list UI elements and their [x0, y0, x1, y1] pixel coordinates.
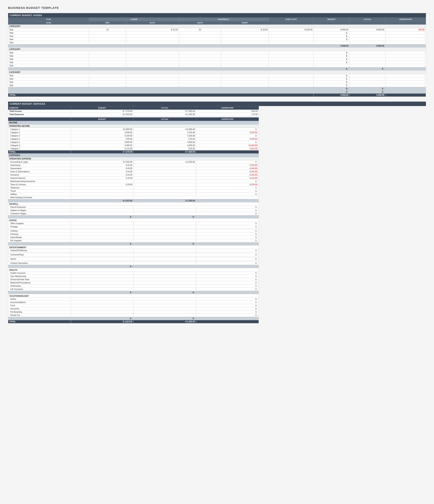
goods-task-row: Task	[8, 41, 426, 44]
services-data-row: Health Insurance $-	[8, 271, 259, 275]
col-actual-sub	[350, 21, 385, 25]
goods-task-row: Task $ - -	[8, 84, 426, 87]
summary-budget-col: BUDGET	[71, 106, 134, 110]
services-data-row: Advertising $25.00 $(25.00)	[8, 164, 259, 167]
col-budget: BUDGET	[313, 18, 349, 21]
goods-task-row: Task $ - -	[8, 51, 426, 54]
entertainment-row: Sports $-	[8, 257, 259, 261]
goods-task-row: Task $ - -	[8, 77, 426, 81]
services-income-row: Category 2 $200.00 $150.00 $(50.00)	[8, 131, 259, 134]
goods-task-row: Task $ - -	[8, 61, 426, 64]
col-units: UNITS	[179, 21, 221, 25]
services-data-row: Souvenirs $-	[8, 307, 259, 310]
services-header: CURRENT BUDGET: SERVICES	[8, 102, 426, 106]
summary-label-col: SUMMARY	[8, 106, 71, 110]
services-subtotal-row: $ - $ -	[8, 317, 259, 320]
summary-actual-col: ACTUAL	[134, 106, 196, 110]
services-data-row: Maintenance/Improvements $-	[8, 180, 259, 183]
svc-col-underover: UNDER/OVER	[196, 117, 259, 121]
services-main-table: BUDGET ACTUAL UNDER/OVER INCOMEOPERATING…	[8, 117, 259, 323]
summary-row: Total Income $ 7,270.00 $ 7,020.00 250.0…	[8, 110, 259, 113]
col-actual: ACTUAL	[350, 18, 385, 21]
services-data-row: Postage $-	[8, 225, 259, 228]
col-under-over: UNDER/OVER	[385, 18, 426, 21]
svc-col-category	[8, 117, 71, 121]
services-subtotal-row: $ - $ -	[8, 215, 259, 218]
services-data-row: Dues & Subscriptions $44.00 $(44.00)	[8, 170, 259, 173]
goods-subtotal-row: $ 850.00 $ 800.00	[8, 44, 426, 48]
services-subtotal-row: $ 2,423.00 $ 2,250.00	[8, 199, 259, 202]
goods-task-row: Task $ - -	[8, 74, 426, 77]
health-label-row: HEALTH	[8, 268, 259, 271]
services-data-row: Insurance $20.00 $(20.00)	[8, 173, 259, 177]
services-data-row: Utilities $-	[8, 193, 259, 196]
entertainment-row: Outdoor Recreation $-	[8, 262, 259, 265]
col-fixed-cost-sub	[269, 21, 314, 25]
services-data-row: Veterinarian $-	[8, 284, 259, 288]
payroll-label-row: PAYROLL	[8, 202, 259, 206]
services-subsection-label: OPERATING INCOME	[8, 125, 259, 128]
services-section-label: EXPENSES	[8, 154, 259, 157]
services-data-row: Airfare $-	[8, 297, 259, 301]
services-income-row: Category 6 $300.00 $200.00 $(100.00)	[8, 144, 259, 147]
goods-task-row: Task $ - -	[8, 58, 426, 61]
goods-task-row: Task $ - -	[8, 31, 426, 35]
services-subtotal-row: $ - $ -	[8, 291, 259, 294]
col-under-over-sub	[385, 21, 426, 25]
entertainment-row: Video/DVD/Movies $-	[8, 249, 259, 252]
services-data-row: Accommodations $-	[8, 301, 259, 304]
goods-task-row: Task $ - -	[8, 35, 426, 38]
services-data-row: Payroll Expenses $-	[8, 206, 259, 209]
goods-category-row: CATEGORY	[8, 48, 426, 51]
col-fixed-cost: FIXED COST	[269, 18, 314, 21]
services-data-row: Pet Boarding $-	[8, 310, 259, 314]
services-income-row: Category 4 $55.00 $20.00 $(35.00)	[8, 137, 259, 141]
services-data-row: Office Supplies $-	[8, 222, 259, 225]
col-task-sub: TASK	[8, 21, 89, 25]
col-budget-sub	[313, 21, 349, 25]
services-data-row: Pet Supplies $-	[8, 239, 259, 242]
goods-task-row: Task $ - -	[8, 81, 426, 84]
services-data-row: Cleaning $-	[8, 233, 259, 236]
services-data-row: Interest Expense $15.00 $(15.00)	[8, 177, 259, 180]
goods-task-row: Task 10 $ 15.00 50 $ 10.00 $ 200.00 $ 85…	[8, 28, 426, 31]
goods-table: TASK LABOR MATERIALS FIXED COST BUDGET A…	[8, 18, 426, 97]
entertainment-row: Concerts/Plays $-	[8, 253, 259, 256]
summary-table: SUMMARY BUDGET ACTUAL UNDER/OVER Total I…	[8, 106, 259, 116]
goods-empty-subtotal: $ -$ -	[8, 90, 426, 94]
svc-col-actual: ACTUAL	[134, 117, 196, 121]
services-section-label: INCOME	[8, 121, 259, 125]
services-income-row: Category 5 $500.00 $500.00 $-	[8, 141, 259, 144]
col-task: TASK	[8, 18, 89, 21]
services-income-row: Category 3 $100.00 $100.00 $-	[8, 134, 259, 137]
services-data-row: Salaries & Wages $-	[8, 209, 259, 212]
services-data-row: Food $-	[8, 304, 259, 307]
goods-total-row: TOTAL $ 850.00 $ 800.00	[8, 94, 426, 97]
services-data-row: Rental Car $-	[8, 314, 259, 317]
services-data-row: Contractor Wages $-	[8, 212, 259, 215]
services-data-row: Life Insurance $-	[8, 288, 259, 291]
services-subsection-label: OPERATING EXPENSE	[8, 157, 259, 161]
services-data-row: Travel $-	[8, 189, 259, 193]
services-subtotal-row: $ - $ -	[8, 242, 259, 245]
goods-subtotal-row: $ - $ -	[8, 67, 426, 71]
services-data-row: Salon/Barber $-	[8, 236, 259, 239]
services-income-row: Category 1 $6,000.00 $6,000.00 $-	[8, 128, 259, 131]
summary-underover-col: UNDER/OVER	[196, 106, 259, 110]
goods-task-row: Task $ - -	[8, 38, 426, 41]
services-section: CURRENT BUDGET: SERVICES SUMMARY BUDGET …	[8, 102, 426, 323]
goods-task-row: Task -	[8, 64, 426, 67]
col-labor: LABOR	[89, 18, 179, 21]
services-data-row: Gym Membership $-	[8, 275, 259, 278]
col-materials: MATERIALS	[179, 18, 269, 21]
services-data-row: Web Hosting & Domains	[8, 196, 259, 199]
col-hrs: HRS	[89, 21, 126, 25]
goods-header: CURRENT BUDGET: GOODS	[8, 13, 426, 18]
goods-subtotal-row: $ - $ -	[8, 87, 426, 90]
services-data-row: Accounting & Legal $2,250.00 $2,250.00 $…	[8, 161, 259, 164]
goods-section: CURRENT BUDGET: GOODS TASK LABOR MATERIA…	[8, 13, 426, 97]
page-title: BUSINESS BUDGET TEMPLATE	[8, 6, 426, 9]
col-sunit: $/UNIT	[221, 21, 269, 25]
services-data-row: Clothing $-	[8, 229, 259, 233]
services-data-row: Telephone $-	[8, 186, 259, 189]
